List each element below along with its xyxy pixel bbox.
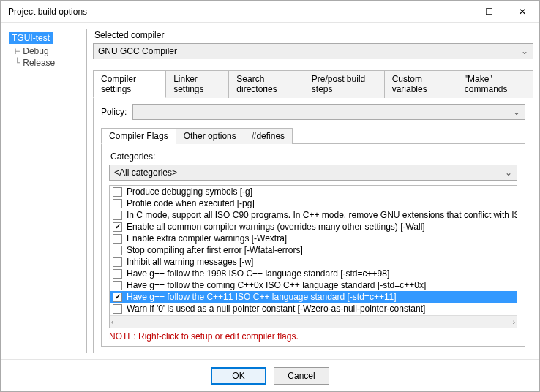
minimize-button[interactable]: — [438,1,472,23]
tree-connector-icon: ⊢ [15,46,20,56]
flag-row[interactable]: Produce debugging symbols [-g] [110,186,517,197]
tree-root-item[interactable]: TGUI-test [9,32,53,44]
main-tabs-content: Policy: ⌄ Compiler Flags Other options #… [93,98,533,353]
flag-label: Have g++ follow the C++11 ISO C++ langua… [127,292,397,302]
flag-checkbox[interactable]: ✔ [113,293,122,302]
scroll-left-icon[interactable]: ‹ [111,318,113,326]
tree-child-release[interactable]: └ Release [13,57,85,69]
flag-row[interactable]: Inhibit all warning messages [-w] [110,256,517,268]
flag-row[interactable]: Enable warnings demanded by strict ISO C… [110,314,517,315]
tab-prepost-build[interactable]: Pre/post build steps [304,70,385,98]
scroll-right-icon[interactable]: › [513,318,515,326]
client-area: TGUI-test ⊢ Debug └ Release Selected com… [1,23,539,359]
flag-label: Have g++ follow the 1998 ISO C++ languag… [127,268,389,279]
policy-label: Policy: [101,107,127,117]
flag-checkbox[interactable] [113,187,122,197]
sub-tabs-content: Categories: <All categories> ⌄ Produce d… [101,144,525,347]
tab-custom-variables[interactable]: Custom variables [384,70,457,98]
subtab-compiler-flags[interactable]: Compiler Flags [101,128,176,144]
flag-row[interactable]: ✔Enable all common compiler warnings (ov… [110,221,517,233]
tree-connector-icon: └ [15,58,20,68]
flag-label: Inhibit all warning messages [-w] [127,257,253,267]
flag-checkbox[interactable] [113,269,122,279]
flag-row[interactable]: ✔Have g++ follow the C++11 ISO C++ langu… [110,291,517,303]
categories-combo[interactable]: <All categories> ⌄ [109,165,517,181]
titlebar: Project build options — ☐ ✕ [1,1,539,23]
cancel-button[interactable]: Cancel [274,367,329,385]
sub-tabs: Compiler Flags Other options #defines [101,127,525,144]
flag-row[interactable]: Profile code when executed [-pg] [110,197,517,209]
close-button[interactable]: ✕ [506,1,539,23]
tab-linker-settings[interactable]: Linker settings [165,70,229,98]
compiler-combo[interactable]: GNU GCC Compiler ⌄ [93,43,533,59]
flag-label: In C mode, support all ISO C90 programs.… [127,210,517,220]
flag-row[interactable]: In C mode, support all ISO C90 programs.… [110,209,517,221]
flag-label: Warn if '0' is used as a null pointer co… [127,304,425,314]
main-tabs: Compiler settings Linker settings Search… [93,69,533,98]
dialog-footer: OK Cancel [1,359,539,391]
flag-row[interactable]: Have g++ follow the coming C++0x ISO C++… [110,279,517,291]
tab-compiler-settings[interactable]: Compiler settings [93,70,166,98]
flag-row[interactable]: Have g++ follow the 1998 ISO C++ languag… [110,268,517,279]
chevron-down-icon: ⌄ [513,107,520,117]
right-pane: Selected compiler GNU GCC Compiler ⌄ Com… [93,29,533,353]
compiler-combo-value: GNU GCC Compiler [98,46,177,56]
maximize-button[interactable]: ☐ [472,1,506,23]
flag-checkbox[interactable] [113,281,122,290]
flag-checkbox[interactable] [113,199,122,208]
flags-list: Produce debugging symbols [-g]Profile co… [110,186,517,315]
horizontal-scrollbar[interactable]: ‹ › [110,315,517,328]
tree-child-label: Debug [23,46,48,56]
flag-checkbox[interactable]: ✔ [113,222,122,232]
flags-listbox[interactable]: Produce debugging symbols [-g]Profile co… [109,185,517,328]
selected-compiler-label: Selected compiler [94,30,533,40]
flag-label: Have g++ follow the coming C++0x ISO C++… [127,280,426,290]
flag-checkbox[interactable] [113,304,122,314]
targets-tree[interactable]: TGUI-test ⊢ Debug └ Release [7,29,87,353]
flag-label: Produce debugging symbols [-g] [127,186,252,197]
flag-checkbox[interactable] [113,257,122,267]
flag-row[interactable]: Stop compiling after first error [-Wfata… [110,244,517,256]
tab-make-commands[interactable]: "Make" commands [457,70,533,98]
subtab-defines[interactable]: #defines [244,128,293,144]
categories-combo-value: <All categories> [114,167,177,178]
flag-label: Stop compiling after first error [-Wfata… [127,245,303,255]
tab-search-directories[interactable]: Search directories [228,70,304,98]
flag-label: Enable extra compiler warnings [-Wextra] [127,233,287,244]
categories-label: Categories: [110,151,517,162]
chevron-down-icon: ⌄ [505,167,512,178]
tree-child-debug[interactable]: ⊢ Debug [13,45,85,57]
tree-child-label: Release [23,58,55,68]
ok-button[interactable]: OK [211,367,266,385]
flag-checkbox[interactable] [113,246,122,255]
window-title: Project build options [8,7,438,17]
policy-row: Policy: ⌄ [101,104,525,120]
note-text: NOTE: Right-click to setup or edit compi… [109,331,517,342]
policy-combo[interactable]: ⌄ [132,104,525,120]
chevron-down-icon: ⌄ [521,46,528,56]
flag-row[interactable]: Warn if '0' is used as a null pointer co… [110,303,517,314]
dialog-window: Project build options — ☐ ✕ TGUI-test ⊢ … [0,0,540,392]
flag-row[interactable]: Enable extra compiler warnings [-Wextra] [110,233,517,244]
flag-label: Enable all common compiler warnings (ove… [127,222,425,232]
subtab-other-options[interactable]: Other options [176,128,244,144]
flag-checkbox[interactable] [113,211,122,220]
flag-label: Profile code when executed [-pg] [127,198,255,208]
flag-checkbox[interactable] [113,234,122,244]
